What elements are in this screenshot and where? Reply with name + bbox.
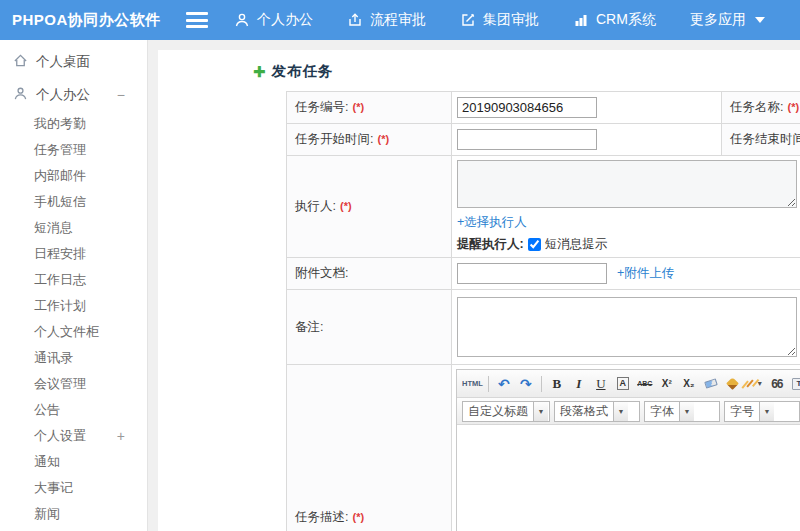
strikethrough-button[interactable]: ABC [635,374,655,394]
sidebar-subitem[interactable]: 个人文件柜 [0,319,147,345]
chevron-down-icon: ▼ [756,380,763,387]
task-no-label-cell: 任务编号:(*) [287,92,452,124]
italic-button[interactable]: I [569,374,589,394]
chevron-down-icon: ▼ [533,402,548,421]
sidebar-subitem-label: 新闻 [34,506,60,521]
editor-content-area[interactable] [457,425,800,531]
end-time-label-cell: 任务结束时间:(*) [722,124,800,156]
chevron-down-icon: ▼ [679,402,694,421]
description-label-cell: 任务描述:(*) [287,365,452,531]
sidebar-item-personal-office[interactable]: 个人办公 − [0,78,147,111]
home-icon [13,53,36,71]
menu-toggle-icon[interactable] [186,12,208,28]
toolbar-separator [541,376,542,392]
sidebar-subitem-label: 短消息 [34,220,73,235]
sidebar-subitem-label: 通讯录 [34,350,73,365]
task-form: 任务编号:(*) 任务名称:(*) 任务开始时间:(*) 任务结束时间:(*) [286,91,800,531]
nav-more-apps[interactable]: 更多应用 [690,11,765,29]
attachment-label-cell: 附件文档: [287,258,452,290]
custom-heading-select[interactable]: 自定义标题 ▼ [462,401,550,422]
font-size-select[interactable]: 字号 ▼ [724,401,800,422]
sidebar-subitem[interactable]: 新闻 [0,501,147,527]
sidebar-subitem[interactable]: 公告 [0,397,147,423]
collapse-icon[interactable]: − [117,88,125,102]
topbar: PHPOA协同办公软件 个人办公 流程审批 集团审批 [0,0,800,40]
sidebar-subitem-label: 任务管理 [34,142,86,157]
select-executor-link[interactable]: +选择执行人 [457,215,527,229]
process-icon [347,12,363,28]
expand-icon[interactable]: + [117,429,125,443]
remark-label-cell: 备注: [287,290,452,365]
sidebar-subitem-label: 工作日志 [34,272,86,287]
page-title: ✚ 发布任务 [253,62,800,81]
sidebar-subitem[interactable]: 我的考勤 [0,111,147,137]
bold-button[interactable]: B [547,374,567,394]
task-no-input[interactable] [457,97,597,118]
redo-button[interactable]: ↷ [516,374,536,394]
nav-personal-office[interactable]: 个人办公 [234,11,313,29]
attachment-input[interactable] [457,263,607,284]
start-time-label-cell: 任务开始时间:(*) [287,124,452,156]
sms-remind-checkbox[interactable] [528,238,541,251]
paste-text-button[interactable]: T [789,374,800,394]
sidebar-subitem[interactable]: 工作日志 [0,267,147,293]
sidebar-subitem[interactable]: 短消息 [0,215,147,241]
editor-toolbar-main: HTML↶↷BIUAABCX²X₂▼66TA▼ [457,370,800,398]
sms-remind-label: 短消息提示 [545,236,608,253]
remove-format-button[interactable] [701,374,721,394]
chevron-down-icon: ▼ [613,402,628,421]
sidebar-subitem[interactable]: 工作计划 [0,293,147,319]
nav-label: CRM系统 [596,11,656,29]
html-source-button[interactable]: HTML [462,374,483,394]
editor-toolbar-format: 自定义标题 ▼ 段落格式 ▼ 字体 ▼ 字号 ▼ [457,398,800,425]
remind-label: 提醒执行人: [457,236,524,253]
font-family-select[interactable]: 字体 ▼ [644,401,720,422]
sidebar-subitem[interactable]: 大事记 [0,475,147,501]
sidebar-subitem[interactable]: 会议管理 [0,371,147,397]
rich-text-editor: HTML↶↷BIUAABCX²X₂▼66TA▼ 自定义标题 ▼ 段落格式 ▼ 字… [456,369,800,531]
user-icon [234,12,250,28]
bar-chart-icon [573,12,589,28]
attachment-upload-link[interactable]: +附件上传 [617,265,674,282]
sidebar-subitem-label: 内部邮件 [34,168,86,183]
executor-label-cell: 执行人:(*) [287,156,452,258]
page-title-text: 发布任务 [272,62,334,81]
nav-label: 更多应用 [690,11,746,29]
task-name-label-cell: 任务名称:(*) [722,92,800,124]
executor-textarea[interactable] [457,160,797,208]
sidebar-subitem[interactable]: 任务管理 [0,137,147,163]
sidebar-subitem[interactable]: 日程安排 [0,241,147,267]
sidebar-subitem[interactable]: 投票调查 [0,527,147,531]
sidebar-item-personal-desktop[interactable]: 个人桌面 [0,45,147,78]
underline-button[interactable]: U [591,374,611,394]
sidebar-subitem[interactable]: 手机短信 [0,189,147,215]
sidebar-subitem-label: 个人文件柜 [34,324,99,339]
sidebar-subitem-label: 通知 [34,454,60,469]
start-time-input[interactable] [457,129,597,150]
undo-button[interactable]: ↶ [494,374,514,394]
nav-workflow-approval[interactable]: 流程审批 [347,11,426,29]
nav-crm-system[interactable]: CRM系统 [573,11,656,29]
quick-format-button[interactable]: ▼ [745,374,765,394]
sidebar-subitem[interactable]: 通知 [0,449,147,475]
main-panel: ✚ 发布任务 任务编号:(*) 任务名称:(*) 任务开始时间:(*) [158,50,800,531]
format-painter-button[interactable] [723,374,743,394]
sidebar-subitem-label: 大事记 [34,480,73,495]
superscript-button[interactable]: X² [657,374,677,394]
font-bg-button[interactable]: A [613,374,633,394]
paragraph-format-select[interactable]: 段落格式 ▼ [554,401,640,422]
top-navigation: 个人办公 流程审批 集团审批 CRM系统 更多应用 [234,11,765,29]
app-logo: PHPOA协同办公软件 [0,11,168,30]
edit-icon [460,12,476,28]
sidebar-subitem[interactable]: 内部邮件 [0,163,147,189]
chevron-down-icon: ▼ [759,402,774,421]
blockquote-button[interactable]: 66 [767,374,787,394]
sidebar: 个人桌面 个人办公 − 我的考勤任务管理内部邮件手机短信短消息日程安排工作日志工… [0,40,148,531]
sidebar-subitem-label: 我的考勤 [34,116,86,131]
sidebar-subitem[interactable]: 通讯录 [0,345,147,371]
nav-group-approval[interactable]: 集团审批 [460,11,539,29]
subscript-button[interactable]: X₂ [679,374,699,394]
sidebar-subitem-label: 会议管理 [34,376,86,391]
remark-textarea[interactable] [457,297,797,357]
sidebar-subitem[interactable]: 个人设置+ [0,423,147,449]
